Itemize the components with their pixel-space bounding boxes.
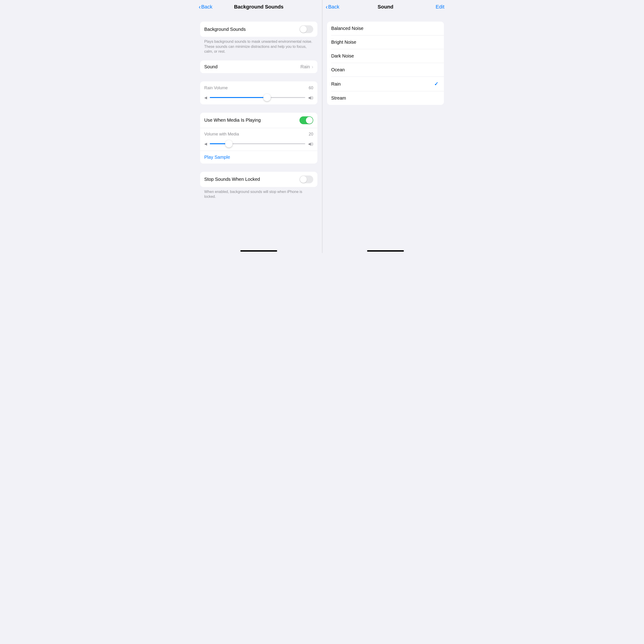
chevron-right-icon: › xyxy=(312,64,313,69)
sound-option-label: Stream xyxy=(331,95,346,101)
stop-when-locked-row[interactable]: Stop Sounds When Locked xyxy=(200,172,317,187)
sound-value: Rain xyxy=(300,64,310,69)
sound-option[interactable]: Dark Noise xyxy=(331,49,444,63)
volume-with-media-value: 20 xyxy=(309,132,313,137)
background-sounds-pane: ‹ Back Background Sounds Background Soun… xyxy=(195,0,322,253)
background-sounds-toggle[interactable] xyxy=(299,25,313,33)
stop-when-locked-footer: When enabled, background sounds will sto… xyxy=(200,187,317,199)
sound-option-label: Dark Noise xyxy=(331,53,354,59)
sound-option-label: Bright Noise xyxy=(331,40,356,45)
sound-option[interactable]: Stream xyxy=(331,91,444,105)
speaker-high-icon: ◀)) xyxy=(308,95,313,100)
speaker-high-icon: ◀)) xyxy=(308,142,313,146)
chevron-left-icon: ‹ xyxy=(199,4,201,10)
rain-volume-card: Rain Volume 60 ◀ ◀)) xyxy=(200,81,317,104)
volume-with-media-slider[interactable] xyxy=(210,143,305,144)
sound-row-card: Sound Rain › xyxy=(200,60,317,73)
toggle-knob xyxy=(306,117,313,124)
slider-thumb[interactable] xyxy=(263,94,271,101)
toggle-knob xyxy=(300,26,307,33)
navbar: ‹ Back Background Sounds xyxy=(195,0,322,14)
slider-thumb[interactable] xyxy=(225,140,233,147)
volume-with-media-label: Volume with Media xyxy=(204,132,239,137)
stop-when-locked-label: Stop Sounds When Locked xyxy=(204,177,260,182)
sound-option-label: Ocean xyxy=(331,67,345,72)
back-button[interactable]: ‹ Back xyxy=(199,4,213,10)
background-sounds-label: Background Sounds xyxy=(204,27,246,32)
back-button[interactable]: ‹ Back xyxy=(326,4,339,10)
back-label: Back xyxy=(201,4,213,10)
page-title: Background Sounds xyxy=(234,4,283,10)
sound-option[interactable]: Balanced Noise xyxy=(327,22,444,35)
volume-with-media-section: Volume with Media 20 ◀ ◀)) xyxy=(200,128,317,151)
toggle-knob xyxy=(300,176,307,183)
page-title: Sound xyxy=(378,4,393,10)
use-when-media-toggle-row[interactable]: Use When Media Is Playing xyxy=(200,113,317,128)
sound-option-label: Rain xyxy=(331,81,341,87)
sound-option[interactable]: Rain✓ xyxy=(331,77,444,91)
home-indicator[interactable] xyxy=(367,250,404,252)
rain-volume-slider[interactable] xyxy=(210,97,305,98)
stop-when-locked-toggle[interactable] xyxy=(299,175,313,183)
sound-option[interactable]: Ocean xyxy=(331,63,444,77)
edit-button[interactable]: Edit xyxy=(436,4,444,10)
sound-options-card: Balanced NoiseBright NoiseDark NoiseOcea… xyxy=(327,22,444,105)
speaker-low-icon: ◀ xyxy=(204,95,207,100)
back-label: Back xyxy=(328,4,339,10)
rain-volume-value: 60 xyxy=(309,86,313,90)
media-card: Use When Media Is Playing Volume with Me… xyxy=(200,113,317,164)
play-sample-button[interactable]: Play Sample xyxy=(200,151,317,164)
background-sounds-footer: Plays background sounds to mask unwanted… xyxy=(200,37,317,54)
sound-select-pane: ‹ Back Sound Edit Balanced NoiseBright N… xyxy=(322,0,449,253)
sound-row[interactable]: Sound Rain › xyxy=(200,60,317,73)
speaker-low-icon: ◀ xyxy=(204,142,207,146)
home-indicator[interactable] xyxy=(240,250,277,252)
background-sounds-toggle-row[interactable]: Background Sounds xyxy=(200,22,317,37)
background-sounds-toggle-card: Background Sounds xyxy=(200,22,317,37)
chevron-left-icon: ‹ xyxy=(326,4,328,10)
use-when-media-label: Use When Media Is Playing xyxy=(204,118,261,123)
use-when-media-toggle[interactable] xyxy=(299,116,313,124)
checkmark-icon: ✓ xyxy=(434,81,440,87)
sound-option-label: Balanced Noise xyxy=(331,26,363,31)
sound-option[interactable]: Bright Noise xyxy=(331,35,444,49)
stop-when-locked-card: Stop Sounds When Locked xyxy=(200,172,317,187)
rain-volume-label: Rain Volume xyxy=(204,86,228,90)
sound-label: Sound xyxy=(204,64,218,69)
navbar: ‹ Back Sound Edit xyxy=(322,0,449,14)
